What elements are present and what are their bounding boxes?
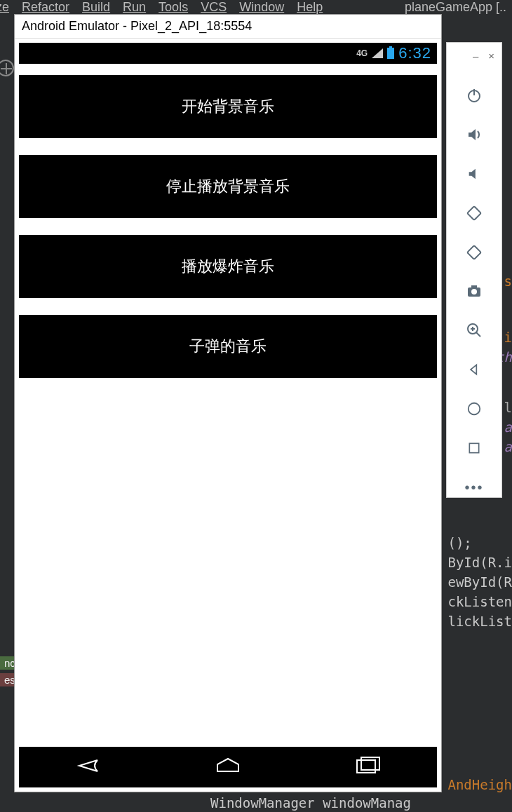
menu-item[interactable]: Window — [239, 0, 284, 15]
code-line: WindowManager windowManag — [210, 795, 411, 811]
device-screen[interactable]: 4G 6:32 开始背景音乐 停止播放背景音乐 播放爆炸音乐 子弹的音乐 — [19, 43, 437, 787]
code-token: AndHeigh — [447, 777, 512, 792]
code-editor-fragment: (); ById(R.i ewById(R ckListen lickList — [447, 533, 512, 631]
volume-down-icon[interactable] — [464, 164, 484, 184]
menu-item[interactable]: Refactor — [22, 0, 69, 15]
recents-icon[interactable] — [350, 756, 385, 778]
divider — [19, 138, 437, 155]
rotate-left-icon[interactable] — [464, 203, 484, 223]
signal-icon — [372, 48, 383, 58]
menu-item[interactable]: Help — [297, 0, 323, 15]
divider — [19, 64, 437, 75]
home-icon[interactable] — [210, 756, 245, 778]
camera-icon[interactable] — [464, 282, 484, 302]
network-4g-icon: 4G — [356, 48, 368, 58]
menu-item[interactable]: Tools — [159, 0, 188, 15]
emulator-toolbar: – × ••• — [446, 42, 502, 498]
code-token: i — [504, 330, 512, 345]
svg-rect-0 — [357, 760, 375, 773]
start-bg-music-button[interactable]: 开始背景音乐 — [19, 75, 437, 138]
svg-rect-5 — [467, 245, 481, 259]
svg-point-7 — [471, 289, 477, 295]
home-circle-icon[interactable] — [464, 399, 484, 419]
battery-icon — [387, 48, 394, 59]
stop-bg-music-button[interactable]: 停止播放背景音乐 — [19, 155, 437, 218]
svg-rect-8 — [471, 285, 477, 288]
bullet-music-button[interactable]: 子弹的音乐 — [19, 315, 437, 378]
ide-project-title: planeGameApp [.. — [405, 0, 506, 15]
target-icon[interactable] — [0, 60, 14, 76]
menu-item[interactable]: Run — [123, 0, 146, 15]
close-button[interactable]: × — [488, 50, 494, 62]
code-token: s — [504, 273, 512, 289]
code-token: a — [504, 439, 512, 454]
emulator-window: Android Emulator - Pixel_2_API_18:5554 4… — [14, 14, 442, 792]
svg-rect-1 — [361, 757, 379, 770]
code-token: l — [504, 400, 512, 415]
ide-menu-bar[interactable]: ze Refactor Build Run Tools VCS Window H… — [0, 0, 323, 15]
svg-rect-4 — [467, 206, 481, 220]
svg-line-10 — [476, 332, 480, 337]
minimize-button[interactable]: – — [473, 50, 478, 62]
rotate-right-icon[interactable] — [464, 243, 484, 262]
svg-point-13 — [469, 403, 480, 415]
android-status-bar: 4G 6:32 — [19, 43, 437, 64]
volume-up-icon[interactable] — [464, 125, 484, 144]
svg-rect-14 — [469, 443, 478, 452]
more-icon[interactable]: ••• — [464, 478, 484, 497]
menu-item[interactable]: Build — [82, 0, 110, 15]
play-explosion-music-button[interactable]: 播放爆炸音乐 — [19, 235, 437, 298]
clock: 6:32 — [398, 44, 431, 62]
overview-square-icon[interactable] — [464, 438, 484, 458]
divider — [19, 298, 437, 315]
menu-item[interactable]: ze — [0, 0, 9, 15]
divider — [19, 218, 437, 235]
back-icon[interactable] — [464, 360, 484, 379]
android-nav-bar — [19, 747, 437, 787]
code-token: a — [504, 419, 512, 435]
emulator-title: Android Emulator - Pixel_2_API_18:5554 — [15, 15, 441, 39]
zoom-icon[interactable] — [464, 320, 484, 340]
menu-item[interactable]: VCS — [201, 0, 227, 15]
back-icon[interactable] — [71, 756, 106, 778]
app-empty-area — [19, 378, 437, 747]
power-icon[interactable] — [464, 86, 484, 105]
